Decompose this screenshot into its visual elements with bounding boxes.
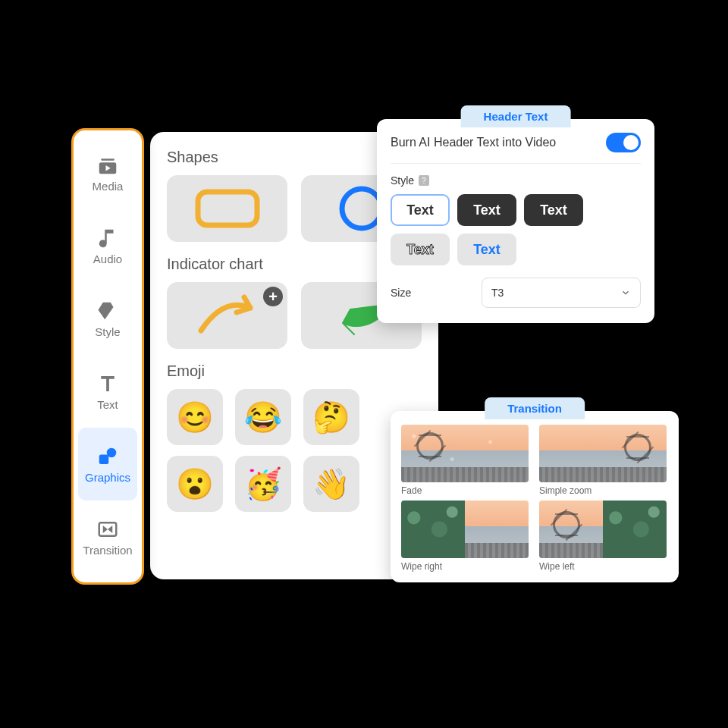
media-icon xyxy=(96,154,119,177)
transition-tab[interactable]: Transition xyxy=(485,397,585,419)
style-label: Style xyxy=(391,174,414,187)
size-select[interactable]: T3 xyxy=(482,278,641,308)
sidebar-label: Style xyxy=(95,325,120,338)
transition-thumb xyxy=(401,425,529,482)
transition-popover: Transition Fade Simple zoom Wipe right xyxy=(391,411,679,582)
rounded-rect-icon xyxy=(193,187,262,230)
sidebar-label: Text xyxy=(97,398,118,411)
toggle-label: Burn AI Header Text into Video xyxy=(391,136,556,149)
style-option-4[interactable]: Text xyxy=(391,234,450,265)
svg-rect-5 xyxy=(99,454,109,464)
help-icon[interactable]: ? xyxy=(419,175,429,186)
text-icon xyxy=(96,372,119,395)
transition-label: Fade xyxy=(401,485,530,496)
emoji-thinking[interactable]: 🤔 xyxy=(303,389,359,445)
transition-thumb xyxy=(539,500,667,558)
size-value: T3 xyxy=(491,287,504,299)
style-option-1[interactable]: Text xyxy=(391,194,450,226)
emoji-surprised[interactable]: 😮 xyxy=(167,456,223,512)
chevron-down-icon xyxy=(620,287,631,298)
transition-thumb xyxy=(539,425,667,482)
style-option-3[interactable]: Text xyxy=(524,194,583,226)
sidebar-label: Audio xyxy=(93,253,122,265)
transition-label: Simple zoom xyxy=(539,485,668,496)
sidebar-item-audio[interactable]: Audio xyxy=(78,209,137,282)
emoji-smile[interactable]: 😊 xyxy=(167,389,223,445)
music-icon xyxy=(96,227,119,249)
size-label: Size xyxy=(391,287,411,299)
sidebar: Media Audio Style Text Graphics Transiti… xyxy=(71,128,144,585)
transition-thumb xyxy=(401,500,529,558)
sidebar-item-media[interactable]: Media xyxy=(78,136,137,209)
add-icon[interactable]: + xyxy=(263,287,283,306)
transition-icon xyxy=(96,518,119,541)
style-option-2[interactable]: Text xyxy=(457,194,516,226)
sidebar-item-text[interactable]: Text xyxy=(78,355,137,428)
sidebar-item-style[interactable]: Style xyxy=(78,282,137,355)
svg-point-6 xyxy=(107,447,117,457)
svg-rect-0 xyxy=(198,192,257,225)
sidebar-item-graphics[interactable]: Graphics xyxy=(78,428,137,500)
header-text-tab[interactable]: Header Text xyxy=(461,105,571,127)
svg-point-1 xyxy=(342,189,381,228)
transition-label: Wipe right xyxy=(401,561,530,572)
transition-fade[interactable]: Fade xyxy=(401,425,530,496)
sidebar-label: Media xyxy=(93,180,124,193)
sidebar-item-transition[interactable]: Transition xyxy=(78,500,137,573)
graphics-icon xyxy=(96,445,119,468)
burn-header-toggle[interactable] xyxy=(606,133,641,152)
indicator-arrow-right[interactable]: + xyxy=(167,282,287,349)
header-text-popover: Header Text Burn AI Header Text into Vid… xyxy=(377,119,654,323)
transition-wipe-left[interactable]: Wipe left xyxy=(539,500,668,572)
sidebar-label: Graphics xyxy=(85,471,130,484)
sidebar-label: Transition xyxy=(83,544,132,557)
style-option-5[interactable]: Text xyxy=(457,234,516,265)
style-icon xyxy=(96,300,119,322)
arrow-right-icon xyxy=(190,289,265,342)
transition-simple-zoom[interactable]: Simple zoom xyxy=(539,425,668,496)
section-emoji-title: Emoji xyxy=(167,362,422,380)
emoji-party[interactable]: 🥳 xyxy=(235,456,291,512)
emoji-wave[interactable]: 👋 xyxy=(303,456,359,512)
svg-rect-4 xyxy=(101,158,115,161)
shape-rounded-rect[interactable] xyxy=(167,175,287,242)
transition-wipe-right[interactable]: Wipe right xyxy=(401,500,530,572)
emoji-laugh[interactable]: 😂 xyxy=(235,389,291,445)
transition-label: Wipe left xyxy=(539,561,668,572)
